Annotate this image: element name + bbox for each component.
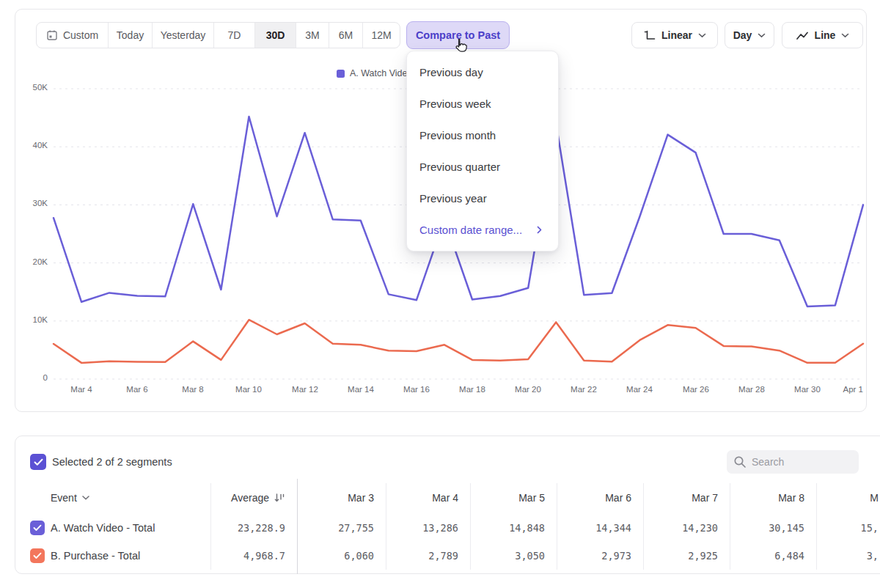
menu-item-previous-quarter[interactable]: Previous quarter	[407, 151, 558, 183]
x-tick: Mar 24	[617, 385, 661, 394]
column-separator	[816, 483, 817, 570]
average-value-a: 23,228.9	[190, 522, 285, 534]
selected-segments-label: Selected 2 of 2 segments	[52, 456, 172, 468]
chevron-down-icon	[82, 496, 89, 500]
row-label-watch-video[interactable]: A. Watch Video - Total	[51, 522, 155, 534]
date-column-header: M	[783, 492, 879, 504]
row-checkbox-watch-video[interactable]	[30, 521, 45, 535]
series-purchase-line	[54, 320, 863, 363]
date-column-header: Mar 7	[623, 492, 718, 504]
search-icon	[733, 455, 747, 471]
menu-item-previous-year[interactable]: Previous year	[407, 183, 558, 214]
column-separator	[470, 483, 471, 570]
x-tick: Mar 28	[730, 385, 774, 394]
check-icon	[34, 458, 43, 466]
x-tick: Mar 10	[227, 385, 271, 394]
menu-item-previous-month[interactable]: Previous month	[407, 120, 558, 151]
row-checkbox-purchase[interactable]	[30, 548, 45, 563]
x-tick: Mar 14	[339, 385, 383, 394]
x-tick: Mar 6	[115, 385, 159, 394]
check-icon	[33, 524, 42, 532]
check-icon	[33, 552, 42, 559]
search-input[interactable]	[727, 450, 859, 474]
average-value-b: 4,968.7	[190, 550, 285, 562]
x-tick: Mar 22	[562, 385, 606, 394]
menu-item-previous-day[interactable]: Previous day	[407, 56, 558, 88]
x-tick: Mar 26	[674, 385, 718, 394]
date-column-header: Mar 5	[450, 492, 545, 504]
chart-card: Custom Today Yesterday 7D 30D 3M 6M 12M …	[15, 9, 867, 412]
mouse-cursor-icon	[452, 37, 469, 59]
event-column-header[interactable]: Event	[51, 492, 89, 504]
column-separator	[730, 483, 730, 570]
x-tick: Mar 4	[59, 385, 103, 394]
compare-to-past-menu: Previous day Previous week Previous mont…	[406, 51, 559, 251]
menu-item-previous-week[interactable]: Previous week	[407, 88, 558, 120]
date-column-header: Mar 4	[363, 492, 458, 504]
column-separator	[297, 479, 298, 574]
column-separator	[643, 483, 644, 570]
x-tick: Mar 16	[395, 385, 439, 394]
select-all-checkbox[interactable]	[30, 454, 46, 470]
segments-table-card: Selected 2 of 2 segments Event Average 2…	[15, 436, 880, 574]
column-separator	[557, 483, 557, 570]
average-column-header[interactable]: Average	[190, 492, 285, 504]
column-separator	[210, 483, 211, 570]
date-column-header: Mar 3	[279, 492, 374, 504]
menu-item-custom-date-range[interactable]: Custom date range...	[407, 214, 558, 246]
x-tick: Mar 18	[450, 385, 494, 394]
column-separator	[386, 483, 386, 570]
x-tick: Mar 12	[283, 385, 327, 394]
row-label-purchase[interactable]: B. Purchase - Total	[51, 550, 140, 562]
x-tick: Mar 8	[171, 385, 215, 394]
x-tick: Mar 20	[506, 385, 550, 394]
chevron-right-icon	[537, 226, 542, 234]
date-column-header: Mar 6	[536, 492, 631, 504]
x-tick: Apr 1	[819, 385, 863, 394]
